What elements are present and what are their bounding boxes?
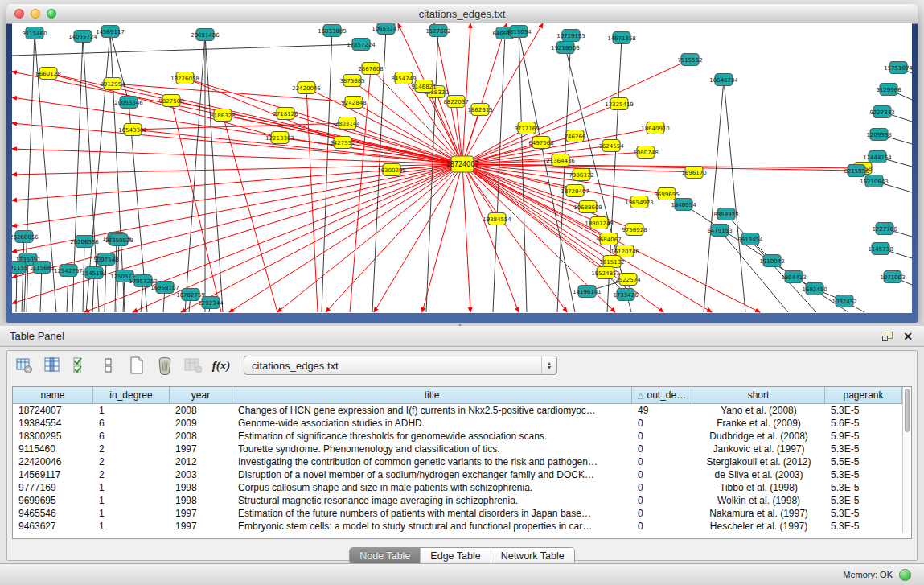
tab-node-table[interactable]: Node Table	[350, 548, 421, 564]
table-cell-short[interactable]: Franke et al. (2009)	[692, 417, 825, 430]
graph-node[interactable]: 1227706	[872, 223, 897, 235]
graph-node[interactable]: 14569117	[96, 26, 125, 38]
table-cell-short[interactable]: Dudbridge et al. (2008)	[692, 430, 825, 443]
graph-node[interactable]: 10688609	[573, 201, 602, 213]
graph-node[interactable]: 9097548	[93, 253, 118, 266]
table-cell-title[interactable]: Estimation of significance thresholds fo…	[232, 430, 632, 443]
graph-node[interactable]: 8660128	[35, 68, 60, 80]
graph-node[interactable]: 8454749	[391, 72, 416, 84]
graph-node[interactable]: 16033809	[318, 25, 347, 37]
table-vertical-scrollbar[interactable]	[902, 387, 911, 533]
scrollbar-thumb[interactable]	[905, 389, 910, 432]
graph-node[interactable]: 2867608	[358, 63, 383, 75]
table-cell-name[interactable]: 22420046	[13, 455, 93, 468]
select-column-button[interactable]	[42, 355, 63, 376]
table-cell-pagerank[interactable]: 5.9E-5	[825, 430, 902, 443]
table-cell-short[interactable]: Stergiakouli et al. (2012)	[692, 455, 825, 468]
graph-node[interactable]: 19654923	[625, 196, 654, 208]
table-cell-title[interactable]: Estimation of the future numbers of pati…	[232, 507, 632, 520]
table-cell-pagerank[interactable]: 5.6E-5	[825, 417, 902, 430]
table-cell-out_degree[interactable]: 49	[632, 404, 692, 417]
table-cell-in_degree[interactable]: 6	[93, 430, 170, 443]
graph-node[interactable]: 1209358	[866, 129, 891, 141]
graph-node[interactable]: 1080748	[633, 146, 658, 159]
table-cell-title[interactable]: Structural magnetic resonance image aver…	[232, 494, 632, 507]
table-row[interactable]: 946362711997Embryonic stem cells: a mode…	[13, 520, 902, 533]
table-cell-year[interactable]: 1998	[170, 481, 232, 494]
table-cell-title[interactable]: Embryonic stem cells: a model to study s…	[232, 520, 632, 533]
graph-node[interactable]: 746266	[565, 130, 586, 142]
table-cell-in_degree[interactable]: 2	[93, 468, 170, 481]
select-all-columns-button[interactable]	[70, 355, 91, 376]
graph-node[interactable]: 10719155	[556, 30, 585, 42]
table-cell-name[interactable]: 9465546	[13, 507, 93, 520]
table-cell-short[interactable]: Yano et al. (2008)	[692, 404, 825, 417]
graph-node[interactable]: 2803144	[335, 117, 360, 130]
table-cell-pagerank[interactable]: 5.3E-5	[825, 507, 902, 520]
network-window-titlebar[interactable]: citations_edges.txt	[6, 4, 918, 24]
graph-node[interactable]: 8822037	[443, 96, 468, 108]
table-row[interactable]: 969969511998Structural magnetic resonanc…	[13, 494, 902, 507]
table-cell-pagerank[interactable]: 5.3E-5	[825, 494, 902, 507]
graph-node[interactable]: 8215958	[844, 165, 869, 177]
table-cell-out_degree[interactable]: 0	[632, 443, 692, 455]
table-row[interactable]: 977716911998Corpus callosum shape and si…	[13, 481, 902, 494]
column-header-short[interactable]: short	[692, 387, 825, 403]
graph-node[interactable]: 19384554	[483, 213, 511, 225]
table-cell-short[interactable]: de Silva et al. (2003)	[692, 468, 825, 481]
graph-node[interactable]: 8186328	[210, 109, 235, 122]
float-panel-icon[interactable]	[882, 332, 892, 340]
tab-edge-table[interactable]: Edge Table	[421, 548, 491, 564]
table-cell-title[interactable]: Corpus callosum shape and size in male p…	[232, 481, 632, 494]
table-cell-in_degree[interactable]: 1	[93, 404, 170, 417]
table-cell-year[interactable]: 1998	[170, 494, 232, 507]
graph-node[interactable]: 1862615	[467, 104, 492, 116]
graph-node[interactable]: 16543382	[118, 124, 147, 136]
table-cell-out_degree[interactable]: 0	[632, 430, 692, 443]
new-table-button[interactable]	[126, 355, 147, 376]
graph-node[interactable]: 14671358	[607, 32, 636, 44]
table-cell-in_degree[interactable]: 1	[93, 494, 170, 507]
graph-node[interactable]: 391159	[12, 262, 27, 274]
table-cell-name[interactable]: 9777169	[13, 481, 93, 494]
table-cell-in_degree[interactable]: 2	[93, 455, 170, 468]
table-settings-button[interactable]	[14, 355, 35, 376]
table-cell-pagerank[interactable]: 5.3E-5	[825, 520, 902, 533]
graph-node[interactable]: 1840954	[671, 199, 696, 211]
table-cell-short[interactable]: Jankovic et al. (1997)	[692, 443, 825, 455]
table-cell-year[interactable]: 2008	[170, 404, 232, 417]
table-cell-year[interactable]: 2008	[170, 430, 232, 443]
table-cell-out_degree[interactable]: 0	[632, 468, 692, 481]
graph-node[interactable]: 1071003	[880, 271, 905, 283]
graph-node[interactable]: 9613454	[737, 233, 763, 245]
graph-node[interactable]: 14196141	[573, 286, 602, 298]
graph-node[interactable]: 22420046	[292, 82, 321, 94]
graph-node[interactable]: 9115460	[22, 27, 47, 39]
graph-node[interactable]: 8958923	[713, 208, 738, 220]
table-row[interactable]: 1456911722003Disruption of a novel membe…	[13, 468, 902, 481]
table-cell-name[interactable]: 9699695	[13, 494, 93, 507]
table-cell-out_degree[interactable]: 0	[632, 455, 692, 468]
column-header-in_degree[interactable]: in_degree	[93, 387, 170, 403]
graph-node[interactable]: 3875685	[339, 75, 364, 87]
graph-node[interactable]: 9684067	[596, 233, 621, 245]
graph-node[interactable]: 20691406	[191, 29, 220, 41]
graph-node[interactable]: 16648784	[709, 74, 738, 86]
graph-node[interactable]: 9756928	[622, 224, 647, 236]
table-cell-out_degree[interactable]: 0	[632, 481, 692, 494]
table-cell-year[interactable]: 2012	[170, 455, 232, 468]
table-cell-year[interactable]: 2003	[170, 468, 232, 481]
graph-node[interactable]: 1910042	[759, 255, 784, 267]
graph-node[interactable]: 1696170	[681, 167, 706, 179]
close-panel-icon[interactable]: ✕	[903, 331, 913, 342]
graph-node[interactable]: 1145738	[868, 243, 893, 255]
table-cell-name[interactable]: 14569117	[13, 468, 93, 481]
graph-node[interactable]: 1145194	[81, 267, 107, 279]
table-cell-name[interactable]: 19384554	[13, 417, 93, 430]
graph-node[interactable]: 1692450	[802, 283, 827, 295]
graph-node[interactable]: 9777169	[514, 122, 539, 134]
table-cell-year[interactable]: 1997	[170, 443, 232, 455]
graph-node[interactable]: 18724007	[446, 156, 479, 172]
graph-node[interactable]: 1615132	[599, 256, 624, 268]
graph-node[interactable]: 19218506	[551, 42, 580, 54]
